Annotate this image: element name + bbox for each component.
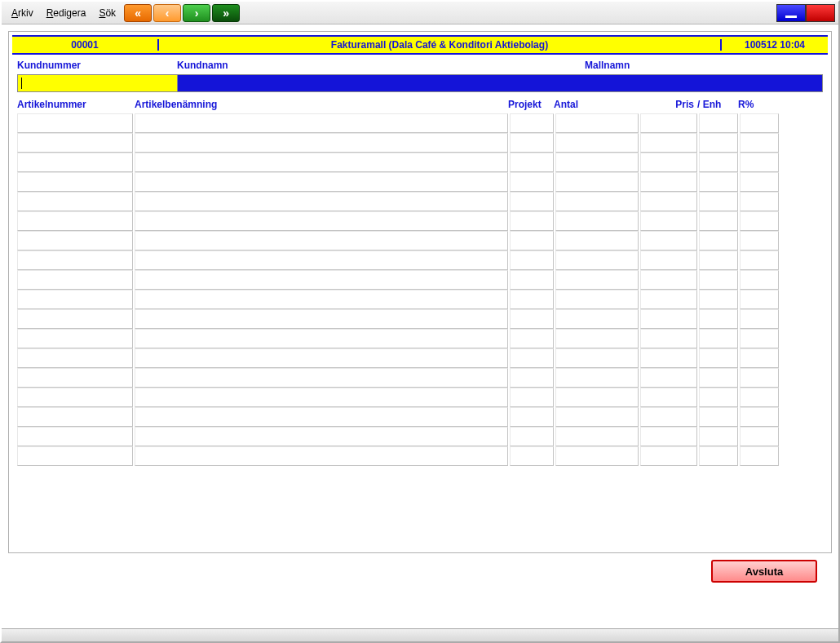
table-cell[interactable]: [699, 407, 738, 427]
table-cell[interactable]: [555, 368, 639, 388]
table-row[interactable]: [17, 251, 823, 270]
table-cell[interactable]: [699, 388, 738, 407]
table-cell[interactable]: [510, 290, 554, 309]
table-cell[interactable]: [640, 290, 697, 309]
table-cell[interactable]: [135, 388, 508, 407]
table-cell[interactable]: [699, 270, 738, 290]
table-cell[interactable]: [510, 133, 554, 153]
table-cell[interactable]: [740, 192, 779, 211]
table-cell[interactable]: [740, 407, 779, 427]
table-row[interactable]: [17, 348, 823, 368]
table-cell[interactable]: [510, 446, 554, 466]
table-cell[interactable]: [135, 113, 508, 133]
table-row[interactable]: [17, 231, 823, 251]
table-cell[interactable]: [510, 329, 554, 348]
table-cell[interactable]: [510, 427, 554, 446]
table-cell[interactable]: [555, 211, 639, 231]
table-cell[interactable]: [699, 153, 738, 172]
table-cell[interactable]: [510, 211, 554, 231]
table-cell[interactable]: [740, 251, 779, 270]
table-cell[interactable]: [699, 309, 738, 329]
table-cell[interactable]: [17, 446, 133, 466]
table-cell[interactable]: [699, 231, 738, 251]
table-cell[interactable]: [135, 368, 508, 388]
table-cell[interactable]: [135, 309, 508, 329]
table-cell[interactable]: [510, 270, 554, 290]
table-row[interactable]: [17, 427, 823, 446]
table-cell[interactable]: [640, 427, 697, 446]
table-cell[interactable]: [740, 368, 779, 388]
table-cell[interactable]: [510, 388, 554, 407]
table-cell[interactable]: [17, 427, 133, 446]
table-cell[interactable]: [640, 192, 697, 211]
nav-last-button[interactable]: »: [212, 4, 240, 22]
table-cell[interactable]: [510, 348, 554, 368]
table-cell[interactable]: [555, 290, 639, 309]
table-row[interactable]: [17, 133, 823, 153]
table-cell[interactable]: [555, 309, 639, 329]
table-cell[interactable]: [740, 388, 779, 407]
table-row[interactable]: [17, 407, 823, 427]
table-cell[interactable]: [640, 309, 697, 329]
table-cell[interactable]: [510, 192, 554, 211]
table-cell[interactable]: [699, 348, 738, 368]
table-cell[interactable]: [640, 329, 697, 348]
table-cell[interactable]: [17, 407, 133, 427]
table-cell[interactable]: [555, 407, 639, 427]
table-cell[interactable]: [555, 251, 639, 270]
table-cell[interactable]: [510, 407, 554, 427]
table-cell[interactable]: [510, 309, 554, 329]
table-cell[interactable]: [510, 368, 554, 388]
table-row[interactable]: [17, 368, 823, 388]
menu-arkiv[interactable]: Arkiv: [5, 5, 40, 21]
minimize-button[interactable]: [776, 4, 806, 22]
table-cell[interactable]: [17, 113, 133, 133]
table-cell[interactable]: [17, 388, 133, 407]
table-cell[interactable]: [135, 211, 508, 231]
table-cell[interactable]: [740, 446, 779, 466]
nav-next-button[interactable]: ›: [183, 4, 210, 22]
table-cell[interactable]: [640, 368, 697, 388]
table-cell[interactable]: [555, 172, 639, 192]
table-row[interactable]: [17, 329, 823, 348]
table-cell[interactable]: [699, 133, 738, 153]
table-row[interactable]: [17, 192, 823, 211]
table-cell[interactable]: [135, 251, 508, 270]
table-cell[interactable]: [510, 251, 554, 270]
table-row[interactable]: [17, 446, 823, 466]
nav-prev-button[interactable]: ‹: [153, 4, 181, 22]
menu-redigera[interactable]: Redigera: [40, 5, 93, 21]
table-cell[interactable]: [555, 231, 639, 251]
table-row[interactable]: [17, 153, 823, 172]
table-cell[interactable]: [17, 133, 133, 153]
table-cell[interactable]: [740, 231, 779, 251]
table-cell[interactable]: [640, 133, 697, 153]
table-cell[interactable]: [740, 348, 779, 368]
table-cell[interactable]: [17, 348, 133, 368]
table-cell[interactable]: [17, 172, 133, 192]
table-cell[interactable]: [699, 368, 738, 388]
table-cell[interactable]: [740, 113, 779, 133]
table-cell[interactable]: [555, 388, 639, 407]
table-cell[interactable]: [135, 446, 508, 466]
table-cell[interactable]: [17, 368, 133, 388]
table-cell[interactable]: [17, 192, 133, 211]
table-cell[interactable]: [17, 211, 133, 231]
table-cell[interactable]: [699, 290, 738, 309]
table-cell[interactable]: [510, 172, 554, 192]
table-cell[interactable]: [699, 113, 738, 133]
nav-first-button[interactable]: «: [124, 4, 152, 22]
table-cell[interactable]: [555, 270, 639, 290]
table-cell[interactable]: [135, 290, 508, 309]
table-cell[interactable]: [135, 270, 508, 290]
table-cell[interactable]: [640, 153, 697, 172]
table-cell[interactable]: [510, 231, 554, 251]
table-cell[interactable]: [699, 211, 738, 231]
table-cell[interactable]: [640, 407, 697, 427]
input-kundnamn-mallnamn[interactable]: [178, 75, 822, 91]
table-cell[interactable]: [555, 427, 639, 446]
table-cell[interactable]: [555, 133, 639, 153]
table-cell[interactable]: [135, 407, 508, 427]
table-cell[interactable]: [555, 446, 639, 466]
table-cell[interactable]: [740, 329, 779, 348]
